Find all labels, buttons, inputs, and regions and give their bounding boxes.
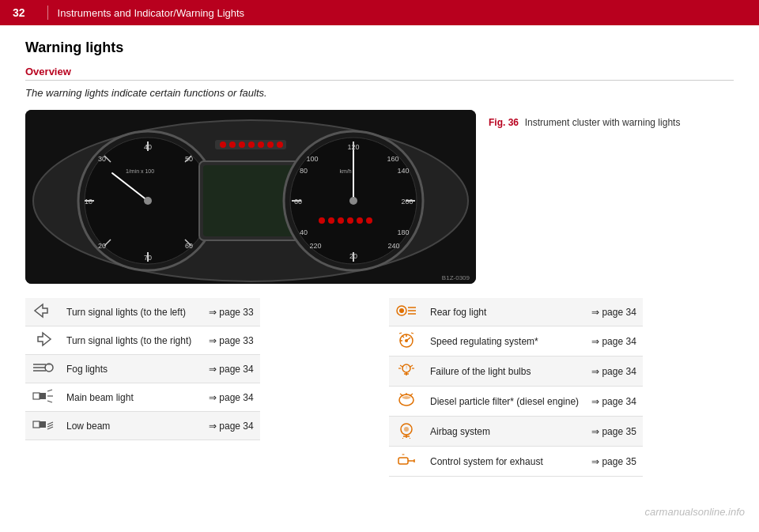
table-row: Turn signal lights (to the left) ⇒ page … [25, 298, 260, 326]
warning-icon [389, 298, 424, 326]
svg-point-27 [267, 141, 274, 148]
table-row: Airbag system ⇒ page 35 [389, 417, 643, 447]
warning-label: Main beam light [60, 383, 202, 412]
warning-label: Airbag system [424, 417, 585, 447]
svg-point-54 [357, 217, 363, 224]
svg-point-22 [220, 141, 226, 148]
table-row: Low beam ⇒ page 34 [25, 412, 260, 440]
svg-text:40: 40 [144, 143, 152, 151]
warning-label: Low beam [60, 412, 202, 440]
right-warning-table: Rear fog light ⇒ page 34 Speed regulatin… [389, 298, 643, 477]
svg-text:180: 180 [397, 228, 409, 236]
dashboard-image: 40 70 10 30 50 60 20 1/min x 100 [25, 110, 476, 284]
svg-text:B1Z-0309: B1Z-0309 [442, 274, 470, 281]
svg-line-87 [399, 333, 402, 334]
figure-caption-area: Fig. 36 Instrument cluster with warning … [489, 110, 680, 128]
table-row: Turn signal lights (to the right) ⇒ page… [25, 326, 260, 355]
page-reference: ⇒ page 34 [585, 326, 643, 357]
svg-line-74 [47, 424, 53, 427]
svg-text:120: 120 [347, 143, 359, 151]
svg-text:!: ! [406, 365, 407, 370]
svg-point-52 [338, 217, 344, 224]
svg-line-88 [411, 333, 413, 334]
svg-line-92 [400, 365, 402, 367]
table-row: Speed regulating system* ⇒ page 34 [389, 326, 643, 357]
svg-point-77 [399, 308, 404, 313]
header-title: Instruments and Indicator/Warning Lights [58, 7, 245, 19]
warning-icon [25, 298, 60, 326]
page-reference: ⇒ page 35 [585, 447, 643, 477]
svg-line-68 [47, 390, 52, 391]
warning-icon [389, 387, 424, 417]
svg-point-50 [319, 217, 325, 224]
left-table-container: Turn signal lights (to the left) ⇒ page … [25, 298, 370, 477]
figure-label: Fig. 36 [489, 117, 519, 128]
svg-text:60: 60 [294, 198, 302, 206]
svg-text:1/min x 100: 1/min x 100 [126, 168, 154, 174]
warning-icon [25, 412, 60, 440]
svg-rect-67 [40, 393, 46, 399]
warning-label: Speed regulating system* [424, 326, 585, 357]
svg-text:200: 200 [401, 198, 413, 206]
header-bar: 32 Instruments and Indicator/Warning Lig… [0, 0, 759, 25]
svg-text:20: 20 [98, 242, 106, 250]
warning-label: Rear fog light [424, 298, 585, 326]
table-row: ! Failure of the light bulbs ⇒ page 34 [389, 357, 643, 387]
svg-point-28 [277, 141, 283, 148]
svg-line-75 [47, 427, 53, 429]
svg-text:60: 60 [185, 242, 193, 250]
svg-point-24 [239, 141, 245, 148]
svg-text:10: 10 [85, 198, 93, 206]
warning-label: Failure of the light bulbs [424, 357, 585, 387]
warning-label: Fog lights [60, 355, 202, 383]
page-reference: ⇒ page 33 [202, 298, 260, 326]
page-title: Warning lights [25, 40, 734, 56]
svg-text:80: 80 [300, 167, 308, 175]
warning-icon [25, 355, 60, 383]
header-divider [47, 6, 48, 20]
page-reference: ⇒ page 34 [585, 387, 643, 417]
table-row: Rear fog light ⇒ page 34 [389, 298, 643, 326]
table-row: Fog lights ⇒ page 34 [25, 355, 260, 383]
warning-label: Turn signal lights (to the left) [60, 298, 202, 326]
svg-point-51 [328, 217, 334, 224]
page-reference: ⇒ page 33 [202, 326, 260, 355]
svg-text:160: 160 [387, 155, 398, 163]
svg-rect-66 [33, 393, 40, 399]
svg-line-73 [47, 422, 53, 424]
page-number: 32 [13, 6, 25, 19]
svg-point-20 [144, 197, 152, 205]
page-reference: ⇒ page 35 [585, 417, 643, 447]
table-row: Main beam light ⇒ page 34 [25, 383, 260, 412]
warning-icon [25, 383, 60, 412]
intro-text: The warning lights indicate certain func… [25, 87, 734, 99]
svg-line-84 [402, 336, 404, 338]
table-row: Control system for exhaust ⇒ page 35 [389, 447, 643, 477]
svg-point-86 [405, 339, 408, 342]
page-reference: ⇒ page 34 [585, 357, 643, 387]
svg-text:30: 30 [98, 155, 106, 163]
svg-line-70 [47, 401, 52, 402]
svg-point-55 [366, 217, 372, 224]
svg-point-104 [404, 427, 409, 432]
svg-point-26 [258, 141, 264, 148]
svg-text:220: 220 [309, 242, 321, 250]
table-row: Diesel particle filter* (diesel engine) … [389, 387, 643, 417]
svg-rect-105 [398, 458, 408, 464]
page-reference: ⇒ page 34 [202, 355, 260, 383]
page-reference: ⇒ page 34 [202, 412, 260, 440]
warning-icon [389, 326, 424, 357]
svg-text:km/h: km/h [339, 168, 351, 174]
svg-text:50: 50 [185, 155, 193, 163]
svg-rect-71 [33, 421, 40, 428]
sub-heading: Overview [25, 66, 734, 81]
svg-point-53 [347, 217, 353, 224]
figure-caption-text: Instrument cluster with warning lights [525, 117, 681, 128]
warning-label: Turn signal lights (to the right) [60, 326, 202, 355]
svg-marker-59 [35, 304, 47, 317]
right-table-container: Rear fog light ⇒ page 34 Speed regulatin… [389, 298, 734, 477]
warning-icon [389, 447, 424, 477]
dashboard-area: 40 70 10 30 50 60 20 1/min x 100 [25, 110, 734, 284]
svg-rect-72 [40, 421, 46, 428]
page-reference: ⇒ page 34 [202, 383, 260, 412]
